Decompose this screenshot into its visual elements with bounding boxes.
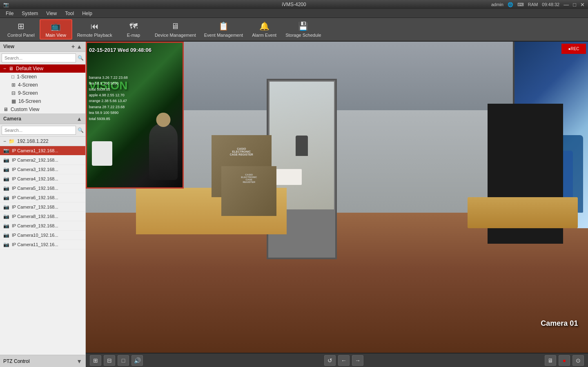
display-button[interactable]: 🖥 <box>545 355 556 366</box>
app-icon: 📷 <box>3 2 9 7</box>
camera-item-1[interactable]: 📷 IP Camera1_192.168... <box>0 146 85 156</box>
prev-button[interactable]: ← <box>338 355 350 366</box>
snapshot-button[interactable]: ⊙ <box>572 355 584 366</box>
emap-label: E-map <box>127 33 140 38</box>
ptz-panel: PTZ Control ▼ <box>0 355 85 367</box>
tree-item-16screen[interactable]: ▦ 16-Screen <box>0 97 85 105</box>
camera-item-4[interactable]: 📷 IP Camera4_192.168... <box>0 174 85 184</box>
camera-item-5[interactable]: 📷 IP Camera5_192.168... <box>0 184 85 193</box>
alarm-event-icon: 🔔 <box>259 21 270 31</box>
tree-item-1screen[interactable]: □ 1-Screen <box>0 73 85 81</box>
camera-label-8: IP Camera8_192.168... <box>12 214 58 219</box>
camera-item-9[interactable]: 📷 IP Camera9_192.168... <box>0 221 85 231</box>
main-view-label: Main View <box>45 33 66 38</box>
toolbar-remote-playback[interactable]: ⏮ Remote Playback <box>74 19 116 40</box>
view-search-input[interactable] <box>2 53 76 62</box>
printer-device <box>92 141 112 166</box>
view-add-button[interactable]: + <box>71 43 75 50</box>
toolbar-main-view[interactable]: 📺 Main View <box>40 19 72 40</box>
toolbar-control-panel[interactable]: ⊞ Control Panel <box>4 19 38 40</box>
view-panel-actions: + ▲ <box>71 43 82 50</box>
menu-view[interactable]: View <box>42 10 61 17</box>
maximize-button[interactable]: □ <box>573 2 576 8</box>
camera-label-3: IP Camera3_192.168... <box>12 167 58 172</box>
layout-1-button[interactable]: ⊞ <box>90 355 101 366</box>
camera-item-2[interactable]: 📷 IP Camera2_192.168... <box>0 156 85 165</box>
toolbar-device-mgmt[interactable]: 🖥 Device Management <box>151 19 199 40</box>
replay-button[interactable]: ↺ <box>324 355 336 366</box>
camera-item-8[interactable]: 📷 IP Camera8_192.168... <box>0 212 85 221</box>
view-collapse-button[interactable]: ▲ <box>76 43 82 50</box>
app-title: iVMS-4200 <box>282 2 306 7</box>
camera-item-11[interactable]: 📷 IP Camera11_192.16... <box>0 240 85 249</box>
small-camera-overlay[interactable]: 02-15-2017 Wed 09:48:06 VISION banana 3.… <box>86 42 184 189</box>
camera-item-3[interactable]: 📷 IP Camera3_192.168... <box>0 165 85 174</box>
toolbar-event-mgmt[interactable]: 📋 Event Management <box>201 19 246 40</box>
ptz-collapse-button[interactable]: ▼ <box>76 358 82 365</box>
control-panel-label: Control Panel <box>7 33 35 38</box>
camera-label-9: IP Camera9_192.168... <box>12 223 58 228</box>
camera-icon-10: 📷 <box>3 232 9 238</box>
device-mgmt-icon: 🖥 <box>171 22 179 31</box>
bottom-toolbar-left: ⊞ ⊟ □ 🔊 <box>90 355 143 366</box>
view-panel-header: View + ▲ <box>0 42 85 52</box>
view-panel-title: View <box>3 44 14 49</box>
menu-help[interactable]: Help <box>78 10 96 17</box>
toolbar-emap[interactable]: 🗺 E-map <box>117 19 150 40</box>
camera-group-192[interactable]: − 📁 192.168.1.222 <box>0 137 85 146</box>
camera-icon-8: 📷 <box>3 214 9 219</box>
menu-tool[interactable]: Tool <box>61 10 78 17</box>
4screen-label: 4-Screen <box>18 82 38 88</box>
9screen-icon: ⊟ <box>11 90 16 96</box>
camera-icon-1: 📷 <box>3 148 9 153</box>
camera-item-7[interactable]: 📷 IP Camera7_192.168... <box>0 202 85 212</box>
emap-icon: 🗺 <box>129 22 138 31</box>
camera-icon-4: 📷 <box>3 176 9 182</box>
main-layout: View + ▲ 🔍 − 🖥 Default View □ <box>0 42 588 367</box>
view-search-icon[interactable]: 🔍 <box>78 55 84 61</box>
view-panel: View + ▲ 🔍 − 🖥 Default View □ <box>0 42 85 113</box>
menu-bar: File System View Tool Help <box>0 9 588 18</box>
camera-icon-9: 📷 <box>3 223 9 229</box>
camera-icon-3: 📷 <box>3 167 9 172</box>
camera-icon-11: 📷 <box>3 242 9 247</box>
camera-item-10[interactable]: 📷 IP Camera10_192.16... <box>0 231 85 240</box>
casio-label-1: CASIOELECTRONICCASE REGISTER <box>217 147 265 156</box>
close-button[interactable]: ✕ <box>580 2 585 8</box>
camera-label-7: IP Camera7_192.168... <box>12 205 58 209</box>
tree-item-9screen[interactable]: ⊟ 9-Screen <box>0 89 85 97</box>
network-icon: 🌐 <box>508 2 513 7</box>
camera-search-icon[interactable]: 🔍 <box>78 127 84 133</box>
menu-file[interactable]: File <box>2 10 18 17</box>
tree-item-custom-view[interactable]: 🖥 Custom View <box>0 105 85 113</box>
toolbar-storage-schedule[interactable]: 💾 Storage Schedule <box>282 19 324 40</box>
camera-item-6[interactable]: 📷 IP Camera6_192.168... <box>0 193 85 202</box>
next-button[interactable]: → <box>352 355 363 366</box>
camera-label-4: IP Camera4_192.168... <box>12 176 58 181</box>
audio-button[interactable]: 🔊 <box>131 355 143 366</box>
group-label: 192.168.1.222 <box>17 138 49 144</box>
minimize-button[interactable]: — <box>564 2 569 8</box>
camera-icon-5: 📷 <box>3 185 9 191</box>
camera-label-11: IP Camera11_192.16... <box>12 242 58 247</box>
tree-item-default-view[interactable]: − 🖥 Default View <box>0 65 85 73</box>
camera-panel: Camera ▲ 🔍 − 📁 192.168.1.222 📷 IP Camera… <box>0 113 85 367</box>
camera-search-input[interactable] <box>2 126 76 135</box>
tree-item-4screen[interactable]: ⊞ 4-Screen <box>0 81 85 89</box>
layout-fullscreen-button[interactable]: □ <box>118 355 129 366</box>
default-view-label: Default View <box>16 66 43 71</box>
camera-label-6: IP Camera6_192.168... <box>12 195 58 200</box>
long-table <box>468 197 578 228</box>
toolbar-alarm-event[interactable]: 🔔 Alarm Event <box>248 19 281 40</box>
store-data-overlay: banana 3.26 7.22 23.68 tea 58.9 100 5890… <box>89 75 128 122</box>
menu-system[interactable]: System <box>18 10 42 17</box>
camera-collapse-button[interactable]: ▲ <box>76 116 82 122</box>
casio-box-2: CASIOELECTRONICCASEREGISTER <box>221 166 276 216</box>
video-area[interactable]: CASIOELECTRONICCASE REGISTER CASIOELECTR… <box>86 42 588 353</box>
layout-4-button[interactable]: ⊟ <box>104 355 115 366</box>
record-button[interactable]: ● <box>559 355 570 366</box>
alarm-event-label: Alarm Event <box>252 33 276 38</box>
small-cam-inner: 02-15-2017 Wed 09:48:06 VISION banana 3.… <box>87 43 183 187</box>
time-label: 09:48:32 <box>542 2 559 7</box>
event-mgmt-label: Event Management <box>204 33 243 38</box>
